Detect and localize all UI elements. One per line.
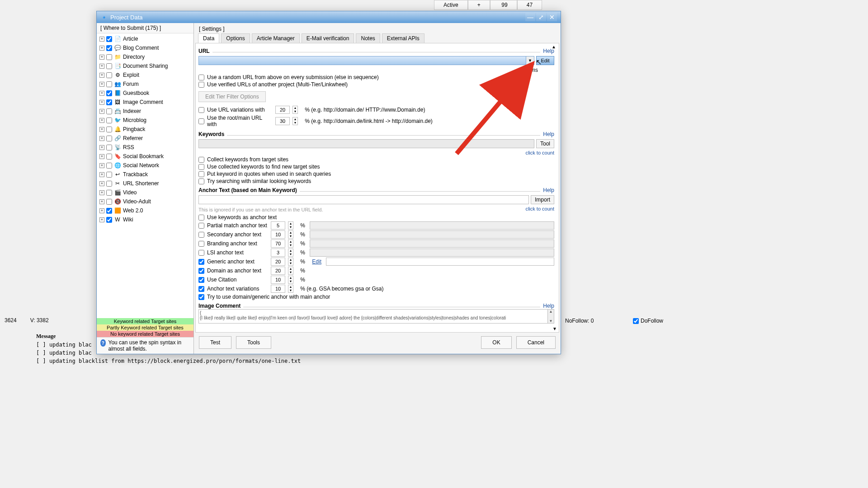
kw-count[interactable]: click to count <box>198 150 554 155</box>
anchor-input-main[interactable] <box>198 195 529 204</box>
anchor-row-check[interactable] <box>198 241 204 247</box>
tree-check[interactable] <box>106 127 112 132</box>
tree-item[interactable]: +👥Forum <box>97 80 193 89</box>
kw-usecollected-check[interactable] <box>198 164 204 170</box>
tree-check[interactable] <box>106 199 112 205</box>
kw-help[interactable]: Help <box>543 131 554 137</box>
tree-check[interactable] <box>106 145 112 150</box>
spinner-icon[interactable]: ▲▼ <box>292 117 298 125</box>
tree-check[interactable] <box>106 45 112 51</box>
scroll-down-icon[interactable]: ▼ <box>552 326 557 331</box>
spinner-icon[interactable]: ▲▼ <box>288 239 293 248</box>
expand-icon[interactable]: + <box>99 199 104 204</box>
anchor-text-input[interactable] <box>310 239 554 248</box>
kw-collect-check[interactable] <box>198 157 204 163</box>
anchor-text-input[interactable] <box>310 230 554 239</box>
kw-similar-check[interactable] <box>198 178 204 184</box>
anchor-help[interactable]: Help <box>543 187 554 193</box>
keywords-input[interactable] <box>198 139 534 148</box>
tree-check[interactable] <box>106 63 112 69</box>
anchor-import-button[interactable]: Import <box>531 195 554 204</box>
anchor-text-input[interactable] <box>326 258 554 266</box>
tree-item[interactable]: +📁Directory <box>97 52 193 61</box>
tree-item[interactable]: +📡RSS <box>97 143 193 152</box>
anchor-edit-link[interactable]: Edit <box>312 258 321 265</box>
anchor-text-input[interactable] <box>310 221 554 230</box>
tree-item[interactable]: +WWiki <box>97 215 193 224</box>
spinner-icon[interactable]: ▲▼ <box>288 249 293 257</box>
tree-check[interactable] <box>106 136 112 141</box>
tree-item[interactable]: +🔗Referrer <box>97 134 193 143</box>
anchor-usekw-check[interactable] <box>198 215 204 221</box>
tree-item[interactable]: +🔞Video-Adult <box>97 197 193 206</box>
cancel-button[interactable]: Cancel <box>516 336 556 349</box>
expand-icon[interactable]: + <box>99 55 104 60</box>
tree-item[interactable]: +📇Indexer <box>97 107 193 116</box>
url-random-check[interactable] <box>198 75 204 80</box>
anchor-row-check[interactable] <box>198 250 204 256</box>
tree-check[interactable] <box>106 108 112 114</box>
expand-icon[interactable]: + <box>99 163 104 168</box>
minimize-button[interactable]: — <box>525 13 535 21</box>
expand-icon[interactable]: + <box>99 190 104 195</box>
tab-article-manager[interactable]: Article Manager <box>252 33 300 43</box>
img-comment-box[interactable]: {{I like|I really like|I quite like|I en… <box>198 309 554 324</box>
tree-item[interactable]: +🌐Social Network <box>97 161 193 170</box>
anchor-row-check[interactable] <box>198 277 204 283</box>
tree-check[interactable] <box>106 90 112 96</box>
expand-icon[interactable]: + <box>99 91 104 96</box>
anchor-pct[interactable] <box>271 230 285 239</box>
tree-item[interactable]: +🟧Web 2.0 <box>97 206 193 215</box>
expand-icon[interactable]: + <box>99 118 104 123</box>
ok-button[interactable]: OK <box>481 336 511 349</box>
tree-check[interactable] <box>106 72 112 78</box>
anchor-pct[interactable] <box>271 249 285 257</box>
tree-item[interactable]: +🖼Image Comment <box>97 98 193 107</box>
textarea-scroll[interactable]: ▲▼ <box>547 310 554 323</box>
tree-item[interactable]: +📘Guestbook <box>97 89 193 98</box>
expand-icon[interactable]: + <box>99 127 104 132</box>
tab-notes[interactable]: Notes <box>356 33 380 43</box>
bg-tab-active[interactable]: Active <box>434 0 468 10</box>
spinner-icon[interactable]: ▲▼ <box>292 106 298 114</box>
expand-icon[interactable]: + <box>99 208 104 213</box>
anchor-count[interactable]: click to count <box>525 206 554 213</box>
kw-quotes-check[interactable] <box>198 171 204 177</box>
url-verified-check[interactable] <box>198 82 204 88</box>
expand-icon[interactable]: + <box>99 82 104 87</box>
dofollow-check[interactable] <box>633 318 639 324</box>
tree-item[interactable]: +🐦Microblog <box>97 116 193 125</box>
maximize-button[interactable]: ⤢ <box>536 13 546 21</box>
tree-check[interactable] <box>106 154 112 160</box>
tree-check[interactable] <box>106 208 112 214</box>
expand-icon[interactable]: + <box>99 100 104 105</box>
anchor-text-input[interactable] <box>310 249 554 257</box>
expand-icon[interactable]: + <box>99 64 104 69</box>
tab-options[interactable]: Options <box>221 33 250 43</box>
titlebar[interactable]: 🔹 Project Data — ⤢ ✕ <box>97 11 561 23</box>
test-button[interactable]: Test <box>199 336 231 349</box>
anchor-row-check[interactable] <box>198 268 204 274</box>
tree-check[interactable] <box>106 117 112 123</box>
tree-item[interactable]: +📄Article <box>97 34 193 43</box>
tier-filter-button[interactable]: Edit Tier Filter Options <box>198 91 266 102</box>
tree-check[interactable] <box>106 54 112 60</box>
scroll-hint[interactable]: ▲ <box>551 44 557 49</box>
anchor-pct[interactable] <box>271 221 285 230</box>
tools-button[interactable]: Tools <box>236 336 271 349</box>
bg-tab-add[interactable]: + <box>468 0 490 10</box>
tree-check[interactable] <box>106 190 112 196</box>
spinner-icon[interactable]: ▲▼ <box>288 276 293 284</box>
url-combo[interactable] <box>198 56 526 65</box>
anchor-pct[interactable] <box>271 285 285 293</box>
anchor-pct[interactable] <box>271 258 285 266</box>
expand-icon[interactable]: + <box>99 37 104 42</box>
tree-item[interactable]: +✂URL Shortener <box>97 179 193 188</box>
submit-tree[interactable]: +📄Article+💬Blog Comment+📁Directory+📑Docu… <box>97 33 193 318</box>
anchor-row-check[interactable] <box>198 232 204 238</box>
url-dropdown-icon[interactable]: ▼ <box>526 56 534 65</box>
anchor-pct[interactable] <box>271 239 285 248</box>
anchor-row-check[interactable] <box>198 223 204 229</box>
tree-item[interactable]: +💬Blog Comment <box>97 43 193 52</box>
expand-icon[interactable]: + <box>99 109 104 114</box>
